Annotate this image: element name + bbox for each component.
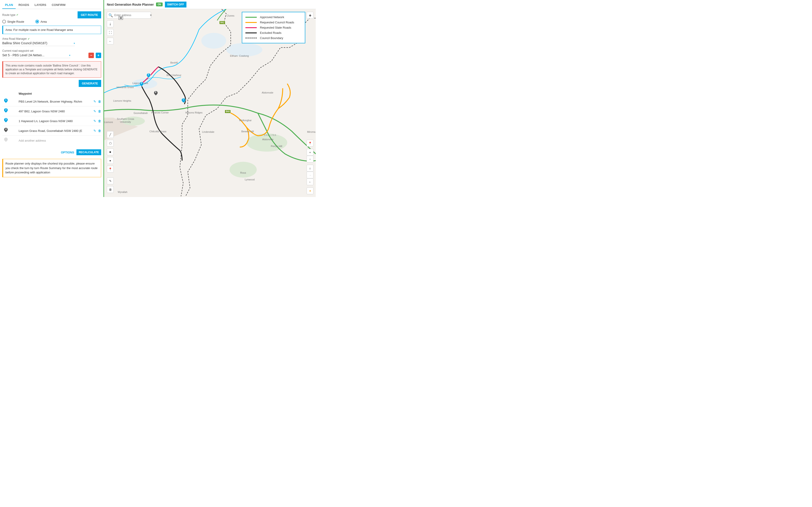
switch-off-button[interactable]: SWITCH OFF xyxy=(165,2,186,7)
waypoint-pin-icon: 2 xyxy=(4,108,8,114)
options-button[interactable]: OPTIONS xyxy=(61,151,74,154)
edit-icon[interactable]: ✎ xyxy=(93,109,96,113)
edit-icon[interactable]: ✎ xyxy=(93,129,96,132)
chevron-down-icon: ▾ xyxy=(74,42,75,45)
delete-icon[interactable]: 🗑 xyxy=(98,109,101,113)
map-controls-right: 📍 + − ⌂ → ← ✦ xyxy=(307,140,313,194)
draw-marker-button[interactable]: 📍 xyxy=(107,166,114,172)
remove-set-button[interactable]: − xyxy=(88,53,94,58)
legend-item: Excluded Roads xyxy=(245,30,302,36)
waypoint-text[interactable]: 1 Haywood Ln, Lagoon Grass NSW 2480 xyxy=(18,119,89,123)
map-title: Next Generation Route Planner xyxy=(107,3,154,6)
clear-search-icon[interactable]: ✕ xyxy=(150,14,152,17)
tab-confirm[interactable]: CONFIRM xyxy=(49,1,68,9)
map-pin[interactable]: 4 xyxy=(153,91,158,96)
generate-button[interactable]: GENERATE xyxy=(79,80,101,87)
map-header: Next Generation Route Planner ON SWITCH … xyxy=(104,0,316,9)
status-badge: ON xyxy=(156,2,163,6)
sidebar: PLAN ROADS LAYERS CONFIRM Route type✔ GE… xyxy=(0,0,104,197)
radio-single-route[interactable]: Single Route xyxy=(2,20,24,23)
place-label: Perrys Hill xyxy=(271,145,282,148)
map-pin[interactable]: 1 xyxy=(181,98,185,104)
edit-shapes-button[interactable]: ✎ xyxy=(107,177,114,184)
waypoint-pin-icon: 3 xyxy=(4,118,8,124)
waypoint-row: 1 PBS Level 2A Network, Bruxner Highway,… xyxy=(2,97,101,106)
place-label: Lindendale xyxy=(202,130,214,133)
edit-icon[interactable]: ✎ xyxy=(93,100,96,103)
place-label: Boat Harbour xyxy=(167,74,181,76)
place-label: Lynwood xyxy=(245,178,255,181)
place-label: Bewers Hill xyxy=(241,130,254,133)
waypoint-set-select[interactable]: Set 5 - PBS Level 2A Netwo...▾ xyxy=(2,52,70,58)
legend-item: Council Boundary xyxy=(245,36,302,41)
home-button[interactable]: ⌂ xyxy=(307,165,313,172)
place-label: Southern Cross University xyxy=(117,118,134,123)
search-icon: 🔍 xyxy=(109,13,113,17)
edit-icon[interactable]: ✎ xyxy=(93,119,96,123)
svg-point-5 xyxy=(230,162,257,178)
waypoint-pin-icon: 1 xyxy=(4,99,8,104)
forward-button[interactable]: → xyxy=(307,172,313,178)
map-canvas[interactable]: 🔍 ✕ 32 B62 B60 ⭳ ⛶ ← ╱ ⬠ ■ ● 📍 ✎ 🗑 ◆ App xyxy=(104,9,316,197)
waypoint-header: Waypoint xyxy=(2,91,101,97)
highway-shield: B62 xyxy=(219,21,225,24)
get-route-button[interactable]: GET ROUTE xyxy=(77,11,101,18)
draw-rect-button[interactable]: ■ xyxy=(107,149,114,155)
waypoint-pin-icon: 4 xyxy=(4,128,8,134)
place-label: Rous xyxy=(240,171,246,174)
place-label: Pearces Corner xyxy=(151,111,169,114)
delete-shapes-button[interactable]: 🗑 xyxy=(107,186,114,193)
place-label: Miroma xyxy=(307,130,315,133)
tab-roads[interactable]: ROADS xyxy=(16,1,32,9)
draw-circle-button[interactable]: ● xyxy=(107,157,114,164)
draw-polygon-button[interactable]: ⬠ xyxy=(107,140,114,147)
waypoint-text[interactable]: Lagoon Grass Road, Goonellabah NSW 2480 … xyxy=(18,129,89,132)
delete-icon[interactable]: 🗑 xyxy=(98,129,101,132)
layers-button[interactable]: ◆ xyxy=(307,12,313,18)
zoom-in-button[interactable]: + xyxy=(307,149,313,156)
route-type-label: Route type✔ xyxy=(2,13,18,16)
map-search: 🔍 ✕ xyxy=(107,12,151,18)
waypoint-text[interactable]: PBS Level 2A Network, Bruxner Highway, R… xyxy=(18,100,89,103)
tab-layers[interactable]: LAYERS xyxy=(32,1,49,9)
add-waypoint-input[interactable]: Add another address xyxy=(18,139,89,142)
place-label: Clunes xyxy=(227,14,234,17)
back-map-button[interactable]: ← xyxy=(307,178,313,185)
place-label: Wyrallah xyxy=(118,191,127,193)
svg-point-2 xyxy=(201,33,226,49)
pegman-button[interactable]: ✦ xyxy=(307,187,313,194)
chevron-down-icon: ▾ xyxy=(69,54,70,57)
draw-line-button[interactable]: ╱ xyxy=(107,131,114,138)
locate-button[interactable]: 📍 xyxy=(307,140,313,147)
waypoint-row: 2 497 B62, Lagoon Grass NSW 2480 ✎ 🗑 xyxy=(2,106,101,116)
waypoint-text[interactable]: 497 B62, Lagoon Grass NSW 2480 xyxy=(18,110,89,113)
place-label: Wilsons Ridges xyxy=(185,111,202,114)
place-label: Eltham xyxy=(230,54,238,57)
place-label: Bexhill xyxy=(170,61,178,64)
zoom-out-button[interactable]: − xyxy=(307,156,313,163)
legend-item: Requested State Roads xyxy=(245,25,302,30)
warning-box: This area route contains roads outside '… xyxy=(2,61,101,77)
delete-icon[interactable]: 🗑 xyxy=(98,100,101,103)
area-info-box: Area: For multiple roads in one Road Man… xyxy=(2,25,101,34)
map-panel: Next Generation Route Planner ON SWITCH … xyxy=(104,0,316,197)
tab-plan[interactable]: PLAN xyxy=(2,1,16,9)
fullscreen-button[interactable]: ⛶ xyxy=(107,29,114,36)
area-road-manager-label: Area Road Manager✔ xyxy=(2,37,101,40)
place-label: Alstonville xyxy=(262,138,273,141)
back-button[interactable]: ← xyxy=(107,38,114,45)
add-set-button[interactable]: + xyxy=(96,53,101,58)
map-pin[interactable]: 2 xyxy=(146,73,150,78)
download-button[interactable]: ⭳ xyxy=(107,20,114,27)
place-label: Lismore xyxy=(104,121,113,123)
delete-icon[interactable]: 🗑 xyxy=(98,119,101,123)
check-icon: ✔ xyxy=(28,38,30,40)
route-note-box: Route planner only displays the shortest… xyxy=(2,159,101,177)
place-label: Alstonvale xyxy=(262,91,273,94)
place-label: Howards Grass xyxy=(117,86,134,89)
map-pin[interactable]: 3 xyxy=(139,82,143,87)
recalculate-button[interactable]: RECALCULATE xyxy=(76,149,101,155)
area-road-manager-select[interactable]: Ballina Shire Council (NSW187)▾ xyxy=(2,40,75,46)
radio-area[interactable]: Area xyxy=(36,20,47,23)
route-shield: 32 xyxy=(119,16,123,20)
